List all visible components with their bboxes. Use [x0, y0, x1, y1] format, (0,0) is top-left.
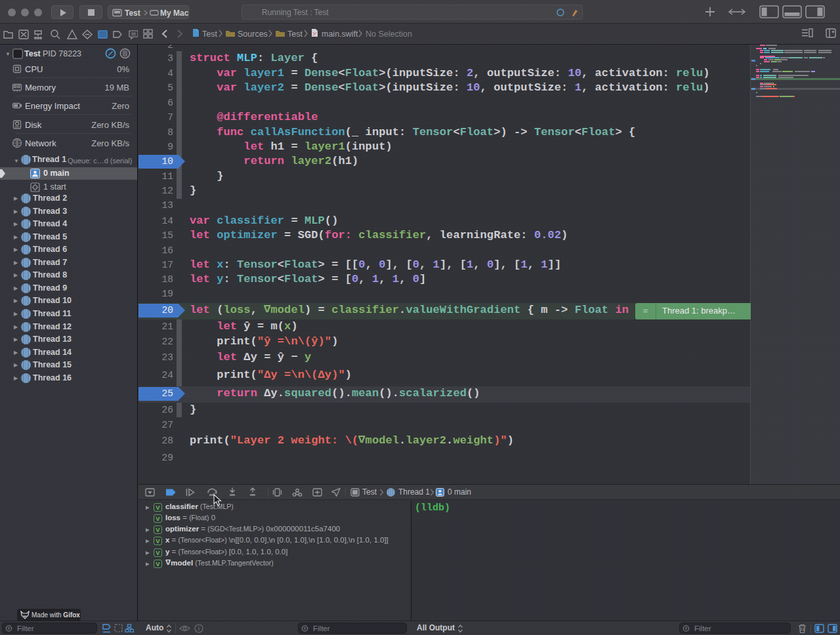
svg-text:My Mac: My Mac — [160, 9, 189, 18]
svg-text:Test: Test — [125, 9, 140, 18]
